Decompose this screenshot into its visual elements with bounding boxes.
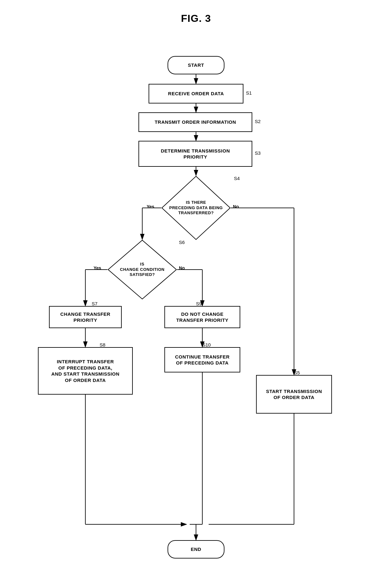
s9-label: S9 (196, 301, 202, 306)
s4-label: S4 (234, 176, 240, 181)
s4-no-label: No (233, 204, 239, 209)
s10-node: CONTINUE TRANSFER OF PRECEDING DATA (164, 347, 240, 372)
s3-node: DETERMINE TRANSMISSION PRIORITY (138, 141, 252, 167)
s2-node: TRANSMIT ORDER INFORMATION (138, 112, 252, 132)
s10-label: S10 (202, 342, 211, 347)
s8-label: S8 (100, 342, 105, 347)
s6-node: ISCHANGE CONDITIONSATISFIED? (107, 240, 177, 300)
s4-node: IS THEREPRECEDING DATA BEINGTRANSFERRED? (161, 176, 231, 240)
end-node: END (168, 540, 224, 559)
s3-label: S3 (255, 150, 260, 156)
page-title: FIG. 3 (0, 0, 392, 24)
s5-label: S5 (294, 370, 300, 375)
s5-node: START TRANSMISSION OF ORDER DATA (256, 375, 332, 414)
s4-yes-label: Yes (147, 204, 154, 209)
s9-node: DO NOT CHANGE TRANSFER PRIORITY (164, 306, 240, 328)
s6-no-label: No (179, 265, 185, 271)
flowchart: START RECEIVE ORDER DATA S1 TRANSMIT ORD… (0, 31, 392, 568)
s7-node: CHANGE TRANSFER PRIORITY (49, 306, 122, 328)
arrows-svg (0, 31, 392, 568)
s6-label: S6 (179, 240, 185, 245)
s8-node: INTERRUPT TRANSFER OF PRECEDING DATA, AN… (38, 347, 133, 395)
s6-yes-label: Yes (94, 265, 101, 271)
s2-label: S2 (255, 119, 260, 124)
start-node: START (168, 56, 224, 74)
s1-label: S1 (246, 90, 252, 96)
s1-node: RECEIVE ORDER DATA (149, 84, 243, 103)
s7-label: S7 (92, 301, 97, 306)
